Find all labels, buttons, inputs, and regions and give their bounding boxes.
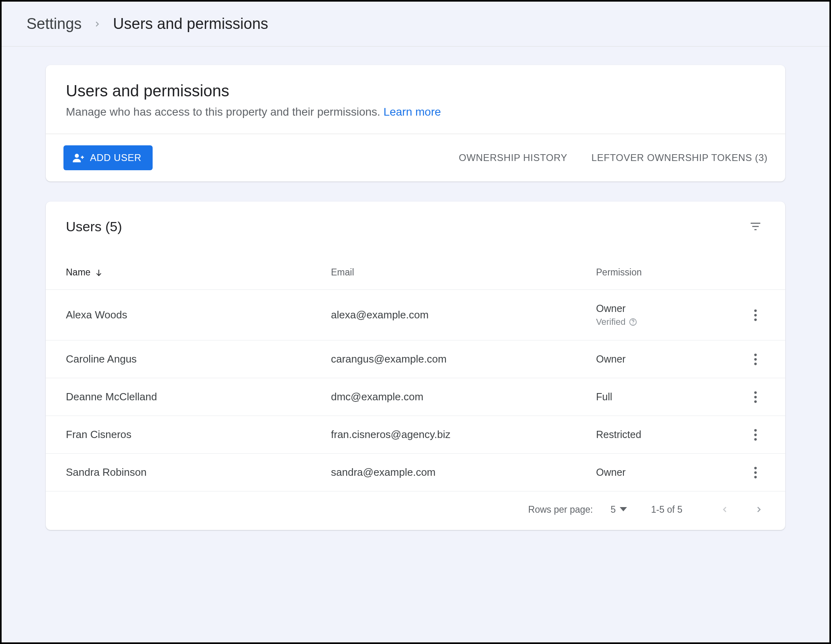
row-menu-button[interactable] — [746, 306, 765, 325]
page-description: Manage who has access to this property a… — [66, 106, 765, 118]
person-add-icon — [72, 152, 84, 164]
users-card: Users (5) Name Email Permiss — [46, 202, 785, 530]
row-menu-button[interactable] — [746, 463, 765, 482]
table-row: Deanne McClelland dmc@example.com Full — [46, 378, 785, 416]
more-vert-icon — [754, 353, 757, 365]
more-vert-icon — [754, 429, 757, 441]
cell-permission: Restricted — [596, 429, 729, 440]
table-header: Name Email Permission — [46, 255, 785, 290]
table-pager: Rows per page: 5 1-5 of 5 — [46, 491, 785, 530]
column-header-permission[interactable]: Permission — [596, 267, 729, 278]
chevron-right-icon — [93, 20, 102, 29]
users-title: Users (5) — [66, 219, 122, 234]
column-header-email[interactable]: Email — [331, 267, 596, 278]
column-name-label: Name — [66, 267, 90, 278]
arrow-down-icon — [94, 268, 103, 277]
filter-icon — [749, 220, 762, 233]
svg-point-16 — [754, 467, 757, 469]
dropdown-arrow-icon — [620, 507, 627, 512]
svg-point-4 — [754, 309, 757, 312]
cell-permission: Owner — [596, 303, 729, 314]
cell-email: sandra@example.com — [331, 466, 596, 479]
rows-per-page-label: Rows per page: — [528, 504, 593, 515]
svg-point-11 — [754, 395, 757, 398]
row-menu-button[interactable] — [746, 425, 765, 444]
svg-point-10 — [754, 391, 757, 393]
cell-email: dmc@example.com — [331, 391, 596, 403]
rows-per-page-value: 5 — [610, 504, 616, 515]
svg-point-13 — [754, 429, 757, 431]
ownership-history-button[interactable]: OWNERSHIP HISTORY — [459, 152, 567, 163]
svg-point-7 — [754, 353, 757, 356]
cell-name: Alexa Woods — [66, 309, 331, 321]
svg-point-0 — [75, 154, 79, 158]
column-header-name[interactable]: Name — [66, 267, 331, 278]
cell-permission: Owner — [596, 353, 729, 365]
help-icon[interactable] — [629, 318, 637, 326]
svg-point-8 — [754, 358, 757, 360]
svg-point-12 — [754, 400, 757, 403]
pager-prev-button[interactable] — [719, 501, 731, 518]
rows-per-page-select[interactable]: 5 — [610, 504, 627, 515]
svg-point-14 — [754, 433, 757, 436]
chevron-left-icon — [721, 503, 729, 516]
cell-email: fran.cisneros@agency.biz — [331, 428, 596, 441]
pager-range: 1-5 of 5 — [645, 504, 689, 515]
verified-label: Verified — [596, 317, 625, 327]
svg-point-17 — [754, 471, 757, 473]
pager-next-button[interactable] — [752, 501, 765, 518]
verified-badge: Verified — [596, 317, 729, 327]
add-user-button[interactable]: ADD USER — [63, 145, 153, 170]
breadcrumb-current: Users and permissions — [113, 15, 268, 33]
table-row: Fran Cisneros fran.cisneros@agency.biz R… — [46, 416, 785, 454]
table-row: Sandra Robinson sandra@example.com Owner — [46, 454, 785, 491]
table-row: Alexa Woods alexa@example.com Owner Veri… — [46, 290, 785, 340]
svg-point-15 — [754, 438, 757, 440]
learn-more-link[interactable]: Learn more — [384, 106, 441, 118]
cell-name: Caroline Angus — [66, 353, 331, 365]
table-row: Caroline Angus carangus@example.com Owne… — [46, 340, 785, 378]
svg-point-9 — [754, 363, 757, 365]
row-menu-button[interactable] — [746, 387, 765, 407]
cell-name: Fran Cisneros — [66, 428, 331, 441]
cell-email: alexa@example.com — [331, 309, 596, 321]
more-vert-icon — [754, 467, 757, 479]
add-user-label: ADD USER — [90, 152, 141, 163]
header-card: Users and permissions Manage who has acc… — [46, 65, 785, 181]
leftover-tokens-button[interactable]: LEFTOVER OWNERSHIP TOKENS (3) — [592, 152, 768, 163]
cell-name: Deanne McClelland — [66, 391, 331, 403]
page-title: Users and permissions — [66, 82, 765, 100]
cell-email: carangus@example.com — [331, 353, 596, 365]
description-text: Manage who has access to this property a… — [66, 106, 380, 118]
svg-point-3 — [633, 324, 633, 324]
chevron-right-icon — [755, 503, 763, 516]
more-vert-icon — [754, 391, 757, 403]
svg-point-6 — [754, 318, 757, 321]
cell-permission: Full — [596, 391, 729, 403]
cell-name: Sandra Robinson — [66, 466, 331, 479]
row-menu-button[interactable] — [746, 350, 765, 369]
filter-button[interactable] — [746, 217, 765, 236]
svg-point-5 — [754, 314, 757, 316]
cell-permission: Owner — [596, 467, 729, 478]
breadcrumb-root[interactable]: Settings — [27, 15, 82, 33]
users-table: Name Email Permission Alexa Woods alexa@… — [46, 255, 785, 491]
breadcrumb: Settings Users and permissions — [2, 2, 829, 47]
more-vert-icon — [754, 309, 757, 321]
svg-point-18 — [754, 476, 757, 478]
